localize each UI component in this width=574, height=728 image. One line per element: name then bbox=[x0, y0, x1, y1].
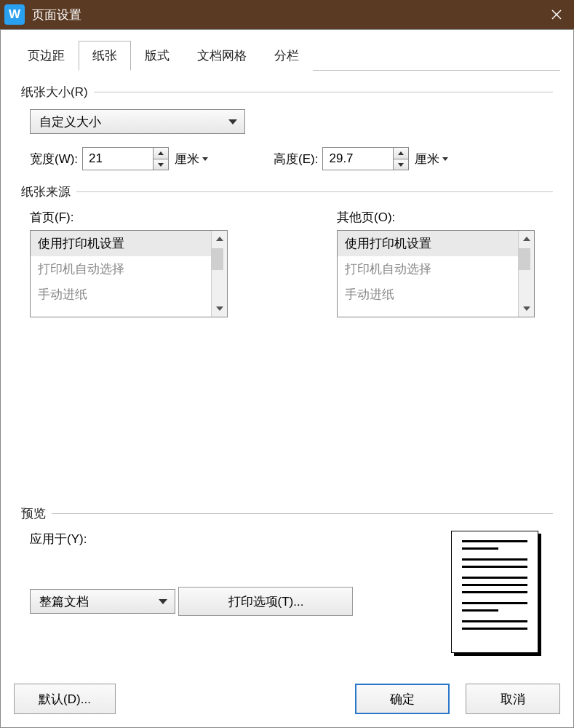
tab-layout[interactable]: 版式 bbox=[131, 41, 183, 71]
divider bbox=[76, 191, 553, 192]
height-step-up[interactable] bbox=[394, 148, 408, 159]
list-item[interactable]: 打印机自动选择 bbox=[338, 256, 518, 282]
legend-paper-source: 纸张来源 bbox=[21, 183, 71, 200]
group-paper-size: 纸张大小(R) 自定义大小 宽度(W): bbox=[21, 84, 553, 170]
close-icon[interactable] bbox=[539, 0, 574, 29]
paper-size-dropdown[interactable]: 自定义大小 bbox=[30, 109, 245, 134]
apply-to-dropdown[interactable]: 整篇文档 bbox=[30, 589, 175, 614]
other-pages-list[interactable]: 使用打印机设置 打印机自动选择 手动进纸 bbox=[337, 230, 535, 317]
width-label: 宽度(W): bbox=[30, 151, 78, 167]
ok-button[interactable]: 确定 bbox=[355, 684, 450, 714]
divider bbox=[94, 92, 553, 92]
height-spinner[interactable] bbox=[322, 147, 409, 170]
tab-grid[interactable]: 文档网格 bbox=[183, 41, 260, 71]
scrollbar[interactable] bbox=[518, 231, 534, 317]
apply-to-value: 整篇文档 bbox=[39, 593, 89, 610]
width-step-up[interactable] bbox=[154, 148, 168, 159]
height-field: 高度(E): 厘米 bbox=[274, 147, 448, 170]
list-item[interactable]: 使用打印机设置 bbox=[338, 231, 518, 256]
width-spinner[interactable] bbox=[82, 147, 169, 170]
scroll-down-icon[interactable] bbox=[519, 301, 535, 317]
chevron-down-icon bbox=[228, 119, 237, 124]
height-unit-dropdown[interactable]: 厘米 bbox=[415, 151, 448, 167]
list-item[interactable]: 手动进纸 bbox=[31, 282, 211, 307]
height-step-down[interactable] bbox=[394, 159, 408, 170]
legend-paper-size: 纸张大小(R) bbox=[21, 84, 88, 100]
tab-paper[interactable]: 纸张 bbox=[79, 41, 131, 71]
width-unit-label: 厘米 bbox=[175, 151, 199, 167]
list-item[interactable]: 使用打印机设置 bbox=[31, 231, 211, 256]
scroll-up-icon[interactable] bbox=[519, 231, 535, 247]
cancel-button[interactable]: 取消 bbox=[466, 684, 560, 714]
width-input[interactable] bbox=[83, 148, 153, 170]
divider bbox=[52, 513, 553, 514]
apply-to-label: 应用于(Y): bbox=[30, 531, 353, 547]
width-field: 宽度(W): 厘米 bbox=[30, 147, 208, 170]
dialog-body: 页边距 纸张 版式 文档网格 分栏 纸张大小(R) 自定义大小 bbox=[0, 29, 574, 728]
chevron-down-icon bbox=[202, 157, 208, 161]
tab-columns[interactable]: 分栏 bbox=[260, 41, 313, 71]
legend-preview: 预览 bbox=[21, 505, 46, 522]
first-page-list[interactable]: 使用打印机设置 打印机自动选择 手动进纸 bbox=[30, 230, 228, 317]
app-icon: W bbox=[4, 4, 25, 25]
height-unit-label: 厘米 bbox=[415, 151, 439, 167]
tab-margins[interactable]: 页边距 bbox=[14, 41, 79, 71]
scroll-thumb[interactable] bbox=[519, 248, 530, 270]
paper-size-value: 自定义大小 bbox=[39, 114, 101, 130]
chevron-down-icon bbox=[442, 157, 448, 161]
group-paper-source: 纸张来源 首页(F): 使用打印机设置 打印机自动选择 手动进纸 bbox=[21, 183, 553, 317]
scrollbar[interactable] bbox=[211, 231, 227, 317]
tab-bar: 页边距 纸张 版式 文档网格 分栏 bbox=[14, 40, 560, 71]
width-unit-dropdown[interactable]: 厘米 bbox=[175, 151, 208, 167]
first-page-source: 首页(F): 使用打印机设置 打印机自动选择 手动进纸 bbox=[30, 209, 228, 317]
height-label: 高度(E): bbox=[274, 151, 318, 167]
default-button[interactable]: 默认(D)... bbox=[14, 684, 116, 714]
list-item[interactable]: 手动进纸 bbox=[338, 282, 518, 307]
scroll-down-icon[interactable] bbox=[212, 301, 228, 317]
group-preview: 预览 应用于(Y): 整篇文档 打印选项(T)... bbox=[21, 505, 553, 653]
scroll-up-icon[interactable] bbox=[212, 231, 228, 247]
print-options-button[interactable]: 打印选项(T)... bbox=[178, 587, 353, 616]
other-pages-source: 其他页(O): 使用打印机设置 打印机自动选择 手动进纸 bbox=[337, 209, 535, 317]
width-step-down[interactable] bbox=[154, 159, 168, 170]
first-page-label: 首页(F): bbox=[30, 209, 228, 226]
scroll-thumb[interactable] bbox=[212, 248, 223, 270]
window-title: 页面设置 bbox=[32, 7, 539, 23]
page-preview bbox=[451, 531, 538, 653]
other-pages-label: 其他页(O): bbox=[337, 209, 535, 226]
dialog-button-row: 默认(D)... 确定 取消 bbox=[14, 684, 560, 714]
height-input[interactable] bbox=[323, 148, 393, 170]
list-item[interactable]: 打印机自动选择 bbox=[31, 256, 211, 282]
titlebar: W 页面设置 bbox=[0, 0, 574, 29]
chevron-down-icon bbox=[159, 599, 167, 604]
